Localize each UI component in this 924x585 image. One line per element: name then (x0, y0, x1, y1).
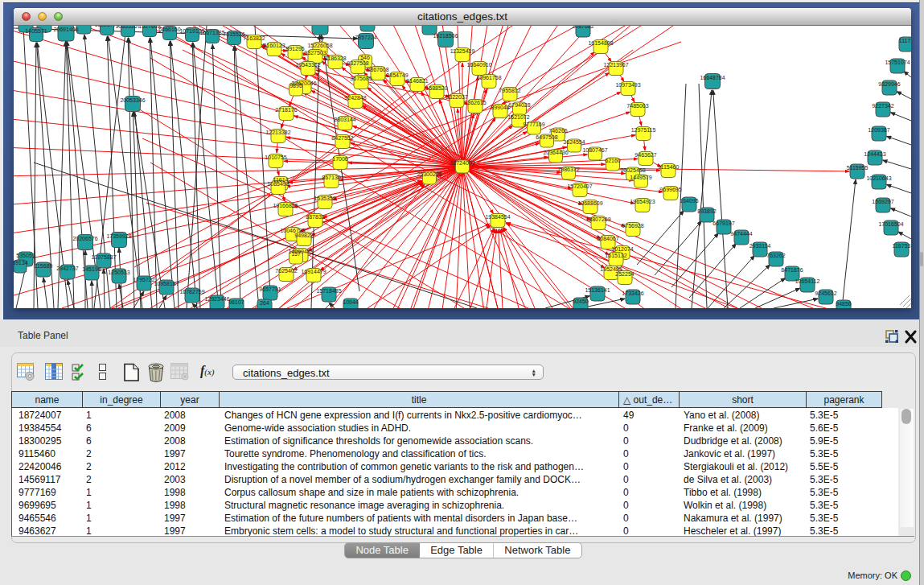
svg-text:115689: 115689 (35, 263, 53, 269)
svg-text:6679197: 6679197 (713, 220, 734, 226)
svg-text:6497508: 6497508 (536, 134, 557, 140)
svg-text:18807269: 18807269 (585, 216, 610, 222)
svg-text:10210643: 10210643 (866, 175, 891, 181)
svg-text:1362615: 1362615 (464, 100, 486, 105)
svg-text:1012074: 1012074 (611, 246, 633, 252)
svg-text:1615132: 1615132 (605, 253, 626, 258)
svg-text:94856: 94856 (836, 301, 852, 307)
svg-text:1010755: 1010755 (265, 154, 286, 160)
svg-text:1527602: 1527602 (138, 26, 160, 29)
svg-text:11171: 11171 (899, 38, 911, 43)
svg-text:92450: 92450 (573, 299, 589, 304)
svg-text:1588520: 1588520 (425, 85, 447, 91)
svg-text:9777169: 9777169 (523, 122, 544, 127)
svg-text:19166825: 19166825 (273, 203, 298, 208)
svg-text:1209387: 1209387 (868, 127, 889, 133)
svg-text:2933114: 2933114 (749, 243, 771, 249)
svg-text:9327503: 9327503 (304, 50, 326, 56)
svg-text:12923446: 12923446 (204, 296, 229, 302)
svg-text:1621072: 1621072 (507, 114, 529, 120)
svg-text:535051: 535051 (16, 253, 35, 258)
svg-text:8322037: 8322037 (446, 94, 467, 100)
svg-text:9115460: 9115460 (658, 164, 680, 170)
svg-text:7625402: 7625402 (275, 268, 297, 274)
svg-text:1244413: 1244413 (864, 151, 885, 157)
svg-text:12975115: 12975115 (631, 127, 656, 133)
svg-text:8186328: 8186328 (324, 56, 346, 61)
svg-text:899044: 899044 (491, 105, 509, 110)
svg-text:62160: 62160 (605, 158, 621, 163)
svg-text:19384554: 19384554 (485, 214, 510, 220)
svg-text:16648784: 16648784 (700, 75, 725, 80)
svg-text:10688609: 10688609 (577, 200, 602, 206)
svg-text:10975887: 10975887 (91, 254, 116, 260)
svg-text:7986372: 7986372 (557, 167, 579, 172)
svg-text:1085498: 1085498 (267, 181, 289, 187)
svg-text:9327508: 9327508 (347, 60, 368, 66)
svg-text:11325419: 11325419 (450, 48, 475, 54)
svg-text:10025458: 10025458 (620, 167, 645, 173)
svg-text:2803144: 2803144 (334, 117, 355, 122)
svg-text:746266: 746266 (548, 128, 567, 134)
svg-text:7163822: 7163822 (243, 35, 265, 41)
svg-text:8454749: 8454749 (386, 72, 408, 78)
svg-text:887833: 887833 (306, 214, 324, 220)
svg-text:3624554: 3624554 (563, 139, 585, 145)
svg-text:891295: 891295 (285, 46, 304, 51)
svg-text:20364436: 20364436 (543, 150, 568, 155)
svg-text:949822: 949822 (294, 233, 313, 238)
svg-text:6466160: 6466160 (158, 27, 180, 32)
svg-text:2942737: 2942737 (56, 266, 78, 271)
svg-text:96107: 96107 (228, 299, 244, 305)
svg-text:15136141: 15136141 (585, 287, 610, 293)
svg-text:8813054: 8813054 (418, 26, 440, 27)
svg-text:15751074: 15751074 (885, 60, 910, 65)
svg-text:10655267: 10655267 (115, 26, 140, 29)
svg-text:10944: 10944 (343, 299, 359, 305)
svg-text:9657791: 9657791 (259, 286, 281, 292)
svg-text:18724007: 18724007 (450, 160, 474, 166)
svg-text:164095: 164095 (680, 198, 698, 204)
svg-text:9242848: 9242848 (344, 95, 366, 101)
svg-text:1733426: 1733426 (622, 290, 643, 296)
svg-text:15718485: 15718485 (316, 288, 341, 294)
svg-text:157: 157 (291, 251, 301, 257)
svg-text:8160123: 8160123 (263, 43, 285, 48)
svg-text:9146821: 9146821 (406, 78, 428, 84)
svg-text:19218506: 19218506 (433, 33, 458, 39)
svg-text:9896: 9896 (290, 83, 302, 89)
svg-text:264: 264 (260, 300, 269, 306)
svg-text:1405571: 1405571 (25, 28, 47, 34)
svg-text:6794028: 6794028 (508, 102, 530, 108)
svg-text:7515526: 7515526 (223, 31, 244, 37)
svg-text:7857224: 7857224 (355, 35, 376, 40)
svg-text:10807467: 10807467 (582, 147, 607, 153)
svg-text:17359928: 17359928 (106, 233, 131, 239)
svg-text:20206576: 20206576 (72, 236, 97, 241)
svg-text:17016504: 17016504 (878, 221, 903, 227)
svg-text:20053346: 20053346 (120, 97, 145, 103)
svg-text:145194: 145194 (82, 266, 101, 272)
svg-text:19654923: 19654923 (630, 199, 655, 204)
svg-text:2867608: 2867608 (367, 67, 388, 72)
svg-text:7485063: 7485063 (626, 103, 648, 109)
svg-text:8471676: 8471676 (781, 267, 803, 273)
svg-text:12213382: 12213382 (265, 130, 290, 135)
svg-text:2087682: 2087682 (572, 26, 593, 29)
svg-text:9084067: 9084067 (597, 236, 618, 241)
svg-text:867130: 867130 (322, 175, 340, 180)
svg-text:15226058: 15226058 (307, 43, 332, 48)
svg-text:16782759: 16782759 (179, 289, 204, 295)
svg-text:1795722: 1795722 (133, 277, 154, 282)
svg-text:1449579: 1449579 (630, 175, 651, 180)
svg-text:3675685: 3675685 (350, 76, 372, 81)
svg-text:1250513: 1250513 (108, 270, 129, 275)
svg-text:893892: 893892 (697, 208, 716, 214)
svg-text:763262: 763262 (766, 253, 785, 258)
svg-text:25300275: 25300275 (417, 171, 441, 177)
svg-text:16154808: 16154808 (588, 40, 613, 46)
svg-text:16640910: 16640910 (466, 62, 491, 68)
svg-text:20691406: 20691406 (53, 27, 78, 32)
svg-text:9245612: 9245612 (815, 290, 836, 296)
svg-text:10958187: 10958187 (154, 281, 179, 286)
